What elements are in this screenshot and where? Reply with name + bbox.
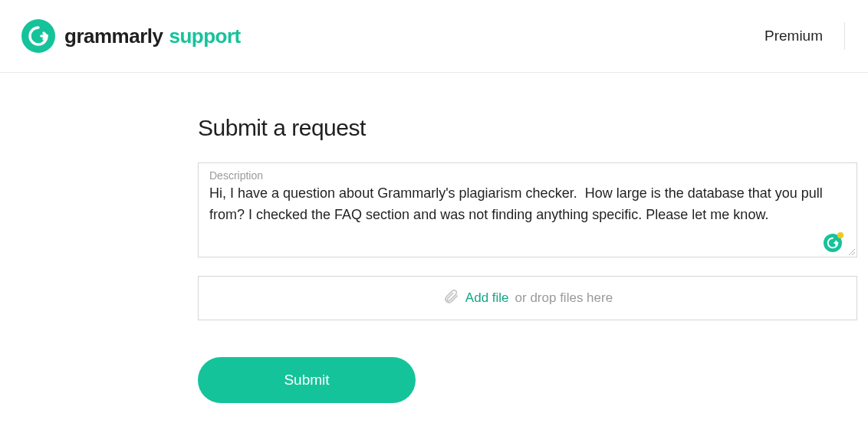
brand-text: grammarly support: [64, 25, 241, 48]
paperclip-icon: [442, 288, 459, 309]
svg-line-0: [849, 249, 855, 255]
page-title: Submit a request: [198, 115, 859, 141]
resize-handle-icon: [847, 248, 855, 255]
g-icon: [827, 237, 839, 249]
grammarly-logo-icon: [21, 19, 55, 53]
description-field-wrap: Description: [198, 162, 857, 257]
main-content: Submit a request Description Add file or…: [198, 73, 859, 403]
g-icon: [28, 25, 49, 47]
brand[interactable]: grammarly support: [21, 19, 241, 53]
add-file-link[interactable]: Add file: [465, 290, 509, 306]
grammarly-extension-icon[interactable]: [824, 234, 842, 252]
svg-line-1: [852, 252, 855, 255]
brand-sub: support: [169, 25, 240, 48]
brand-name: grammarly: [64, 25, 163, 48]
submit-button[interactable]: Submit: [198, 357, 416, 403]
drop-hint: or drop files here: [515, 290, 613, 306]
site-header: grammarly support Premium: [0, 0, 868, 73]
file-dropzone[interactable]: Add file or drop files here: [198, 276, 857, 320]
description-textarea[interactable]: [209, 183, 846, 249]
nav-right: Premium: [764, 22, 845, 50]
nav-premium-link[interactable]: Premium: [764, 22, 845, 50]
description-label: Description: [209, 169, 846, 182]
